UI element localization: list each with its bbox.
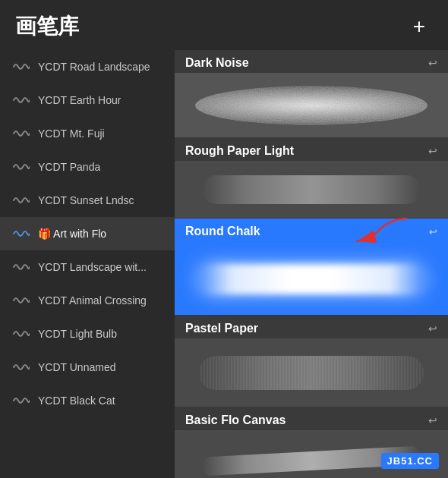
sidebar-item-label: 🎁 Art with Flo xyxy=(38,228,106,240)
brush-name-rough-paper: Rough Paper Light xyxy=(185,144,294,158)
wave-icon xyxy=(12,358,30,376)
pastel-stroke xyxy=(199,356,423,390)
sidebar-item-label: YCDT Road Landscape xyxy=(38,61,150,73)
wave-icon xyxy=(12,124,30,143)
wave-icon xyxy=(12,191,30,209)
sidebar-item-ycdt-unnamed[interactable]: YCDT Unnamed xyxy=(0,351,175,384)
brush-header-pastel-paper: Pastel Paper ↩ xyxy=(175,316,448,338)
sidebar-item-label: YCDT Mt. Fuji xyxy=(38,127,105,140)
brush-preview-pastel-paper xyxy=(175,338,448,407)
wave-icon xyxy=(12,291,30,310)
brush-item-round-chalk[interactable]: Round Chalk ↩ xyxy=(175,219,448,315)
brush-check-icon: ↩ xyxy=(428,145,437,157)
brush-name-round-chalk: Round Chalk xyxy=(185,225,260,238)
wave-icon xyxy=(12,158,30,176)
sidebar-item-ycdt-panda[interactable]: YCDT Panda xyxy=(0,150,175,184)
wave-icon xyxy=(12,325,30,343)
brush-header-rough-paper: Rough Paper Light ↩ xyxy=(175,138,448,161)
sidebar-item-label: YCDT Light Bulb xyxy=(38,328,117,340)
sidebar-item-label: YCDT Landscape wit... xyxy=(38,261,147,273)
brush-panel: Dark Noise ↩ Rough Paper Light ↩ Round C… xyxy=(175,50,448,478)
brush-check-icon: ↩ xyxy=(428,322,437,335)
brush-selected-icon: ↩ xyxy=(429,226,437,237)
brush-name-pastel-paper: Pastel Paper xyxy=(185,322,258,335)
sidebar-item-art-with-flo[interactable]: 🎁 Art with Flo xyxy=(0,217,175,250)
brush-header-basic-flo: Basic Flo Canvas ↩ xyxy=(175,407,448,430)
sidebar: YCDT Road Landscape YCDT Earth Hour YCDT… xyxy=(0,50,175,478)
brush-item-rough-paper-light[interactable]: Rough Paper Light ↩ xyxy=(175,138,448,218)
sidebar-item-label: YCDT Panda xyxy=(38,161,100,173)
wave-icon xyxy=(12,258,30,276)
brush-header-dark-noise: Dark Noise ↩ xyxy=(175,50,448,73)
sidebar-item-ycdt-road-landscape[interactable]: YCDT Road Landscape xyxy=(0,50,175,83)
wave-icon xyxy=(12,91,30,109)
brush-item-dark-noise[interactable]: Dark Noise ↩ xyxy=(175,50,448,137)
sidebar-item-ycdt-earth-hour[interactable]: YCDT Earth Hour xyxy=(0,83,175,117)
brush-item-pastel-paper[interactable]: Pastel Paper ↩ xyxy=(175,316,448,407)
main-layout: YCDT Road Landscape YCDT Earth Hour YCDT… xyxy=(0,50,448,478)
sidebar-item-label: YCDT Unnamed xyxy=(38,361,115,373)
brush-preview-round-chalk xyxy=(175,243,448,315)
header: 画笔库 + xyxy=(0,0,448,50)
sidebar-item-label: YCDT Earth Hour xyxy=(38,94,121,106)
brush-name-dark-noise: Dark Noise xyxy=(185,56,249,70)
page-title: 画笔库 xyxy=(15,12,79,41)
sidebar-item-ycdt-sunset[interactable]: YCDT Sunset Lndsc xyxy=(0,184,175,217)
brush-preview-dark-noise xyxy=(175,73,448,137)
brush-check-icon: ↩ xyxy=(428,57,437,69)
sidebar-item-ycdt-mt-fuji[interactable]: YCDT Mt. Fuji xyxy=(0,117,175,150)
wave-icon xyxy=(12,58,30,76)
watermark: JB51.CC xyxy=(381,453,439,469)
add-button[interactable]: + xyxy=(405,13,433,40)
sidebar-item-ycdt-light-bulb[interactable]: YCDT Light Bulb xyxy=(0,317,175,351)
sidebar-item-label: YCDT Animal Crossing xyxy=(38,294,147,307)
brush-check-icon: ↩ xyxy=(428,414,437,426)
sidebar-item-ycdt-black-cat[interactable]: YCDT Black Cat xyxy=(0,384,175,417)
sidebar-item-label: YCDT Black Cat xyxy=(38,395,115,407)
wave-blue-icon xyxy=(12,225,30,243)
brush-name-basic-flo: Basic Flo Canvas xyxy=(185,414,286,427)
sidebar-item-ycdt-animal-crossing[interactable]: YCDT Animal Crossing xyxy=(0,284,175,317)
brush-header-round-chalk: Round Chalk ↩ xyxy=(175,219,448,243)
sidebar-item-ycdt-landscape[interactable]: YCDT Landscape wit... xyxy=(0,250,175,284)
sidebar-item-label: YCDT Sunset Lndsc xyxy=(38,194,134,206)
brush-preview-rough-paper xyxy=(175,161,448,218)
wave-icon xyxy=(12,392,30,410)
